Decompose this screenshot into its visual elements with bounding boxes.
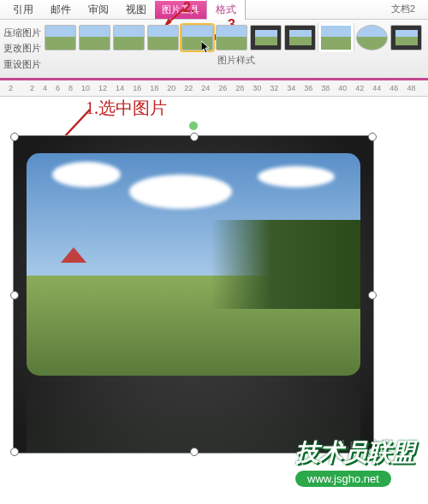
ruler: 2246810121416182022242628303234363840424… xyxy=(0,80,428,97)
style-thumb-3[interactable] xyxy=(113,25,145,50)
style-thumb-8[interactable] xyxy=(284,25,316,50)
tab-ref[interactable]: 引用 xyxy=(4,0,42,20)
tab-review[interactable]: 审阅 xyxy=(80,0,117,20)
style-thumb-2[interactable] xyxy=(79,25,110,50)
style-thumb-10[interactable] xyxy=(356,25,388,50)
handle-l[interactable] xyxy=(10,291,19,299)
ribbon-side-labels: 压缩图片 更改图片 重设图片 xyxy=(0,23,45,74)
tab-format[interactable]: 格式 xyxy=(206,0,246,20)
cursor-icon xyxy=(201,41,211,52)
picture-content xyxy=(27,153,360,376)
picture-styles-label: 图片样式 xyxy=(45,52,428,67)
tab-mail[interactable]: 邮件 xyxy=(42,0,80,20)
style-thumb-4[interactable] xyxy=(147,25,179,50)
document-name: 文档2 xyxy=(391,3,415,15)
handle-bl[interactable] xyxy=(10,448,19,456)
compress-picture[interactable]: 压缩图片 xyxy=(3,27,41,39)
handle-r[interactable] xyxy=(368,291,377,299)
style-thumb-9[interactable] xyxy=(318,23,354,52)
watermark-text: 技术员联盟 xyxy=(295,436,415,469)
handle-tr[interactable] xyxy=(368,133,377,141)
style-thumb-1[interactable] xyxy=(45,25,76,50)
selected-picture-frame[interactable] xyxy=(13,135,374,454)
style-thumb-5[interactable] xyxy=(181,25,213,50)
picture-styles-gallery xyxy=(45,23,428,52)
document-canvas: 1.选中图片 xyxy=(0,97,428,471)
handle-b[interactable] xyxy=(190,448,199,456)
watermark-url: www.jsgho.net xyxy=(295,471,391,487)
watermark: 技术员联盟 www.jsgho.net xyxy=(295,436,415,487)
menu-tabs: 引用 邮件 审阅 视图 图片工具 格式 xyxy=(0,0,428,20)
rotate-handle[interactable] xyxy=(188,121,199,131)
handle-t[interactable] xyxy=(190,133,199,141)
style-thumb-11[interactable] xyxy=(390,25,422,50)
reset-picture[interactable]: 重设图片 xyxy=(3,58,41,71)
change-picture[interactable]: 更改图片 xyxy=(3,42,41,55)
tab-view[interactable]: 视图 xyxy=(117,0,155,20)
style-thumb-7[interactable] xyxy=(250,25,282,50)
handle-tl[interactable] xyxy=(10,133,19,141)
style-thumb-6[interactable] xyxy=(216,25,247,50)
